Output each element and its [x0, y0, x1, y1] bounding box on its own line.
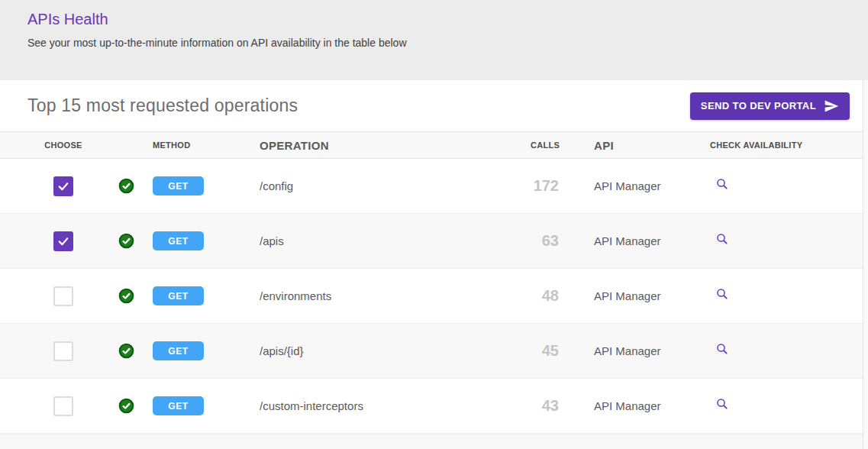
operation-cell: /environments	[260, 289, 531, 302]
page-subtitle: See your most up-to-the-minute informati…	[27, 37, 841, 49]
calls-cell: 43	[542, 397, 559, 414]
api-cell: API Manager	[565, 234, 706, 247]
table-row: GET /custom-interceptors 43 API Manager	[0, 379, 868, 434]
send-to-dev-portal-button[interactable]: SEND TO DEV PORTAL	[690, 92, 850, 120]
check-availability-search-icon[interactable]	[715, 342, 730, 357]
send-button-label: SEND TO DEV PORTAL	[701, 100, 816, 111]
status-ok-icon	[118, 178, 134, 194]
column-header-choose: CHOOSE	[27, 141, 99, 150]
table-row: GET /config 172 API Manager	[0, 159, 868, 214]
column-header-check-availability: CHECK AVAILABILITY	[706, 141, 863, 150]
row-checkbox[interactable]	[53, 176, 73, 196]
column-header-api: API	[565, 139, 706, 152]
table-row: GET /environments 48 API Manager	[0, 269, 868, 324]
calls-cell: 45	[542, 342, 559, 359]
check-availability-search-icon[interactable]	[715, 397, 730, 412]
method-badge[interactable]: GET	[153, 286, 204, 305]
table-header-row: CHOOSE METHOD OPERATION CALLS API CHECK …	[0, 131, 868, 159]
status-ok-icon	[118, 398, 134, 414]
method-badge[interactable]: GET	[153, 341, 204, 360]
operation-cell: /custom-interceptors	[260, 399, 531, 412]
operation-cell: /apis/{id}	[260, 344, 531, 357]
api-cell: API Manager	[565, 344, 706, 357]
status-ok-icon	[118, 288, 134, 304]
row-checkbox[interactable]	[53, 286, 73, 306]
column-header-calls: CALLS	[531, 141, 565, 150]
row-checkbox[interactable]	[53, 396, 73, 416]
check-availability-search-icon[interactable]	[715, 287, 730, 302]
section-bar: Top 15 most requested operations SEND TO…	[0, 80, 868, 131]
method-badge[interactable]: GET	[153, 396, 204, 415]
table-row: GET /apis/{id} 45 API Manager	[0, 324, 868, 379]
calls-cell: 172	[534, 177, 559, 194]
operation-cell: /apis	[260, 234, 531, 247]
partial-next-row	[0, 434, 868, 449]
checkbox-check-icon	[56, 234, 70, 248]
table-body: GET /config 172 API Manager	[0, 159, 868, 434]
method-badge[interactable]: GET	[153, 231, 204, 250]
status-ok-icon	[118, 233, 134, 249]
api-cell: API Manager	[565, 289, 706, 302]
send-arrow-icon	[824, 99, 839, 114]
row-checkbox[interactable]	[53, 341, 73, 361]
page-title: APIs Health	[27, 11, 841, 28]
row-checkbox[interactable]	[53, 231, 73, 251]
api-cell: API Manager	[565, 399, 706, 412]
check-availability-search-icon[interactable]	[715, 232, 730, 247]
status-ok-icon	[118, 343, 134, 359]
apis-health-page: APIs Health See your most up-to-the-minu…	[0, 0, 868, 449]
operation-cell: /config	[260, 179, 531, 192]
checkbox-check-icon	[56, 179, 70, 193]
method-badge[interactable]: GET	[153, 176, 204, 195]
api-cell: API Manager	[565, 179, 706, 192]
table-row: GET /apis 63 API Manager	[0, 214, 868, 269]
calls-cell: 48	[542, 287, 559, 304]
vertical-scrollbar[interactable]	[863, 80, 868, 449]
check-availability-search-icon[interactable]	[715, 177, 730, 192]
column-header-method: METHOD	[153, 141, 260, 150]
calls-cell: 63	[542, 232, 559, 249]
section-title: Top 15 most requested operations	[27, 95, 298, 116]
column-header-operation: OPERATION	[260, 139, 531, 152]
page-header: APIs Health See your most up-to-the-minu…	[0, 0, 868, 80]
